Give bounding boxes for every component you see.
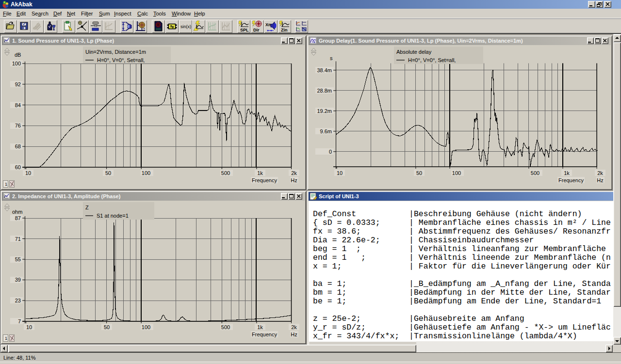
svg-text:Uin=2Vrms, Distance=1m: Uin=2Vrms, Distance=1m (85, 49, 146, 55)
svg-text:dB: dB (15, 52, 21, 58)
svg-text:55: 55 (15, 256, 21, 262)
svg-text:9.6m: 9.6m (320, 128, 332, 134)
svg-text:7: 7 (18, 318, 21, 324)
svg-text:s: s (330, 55, 333, 61)
svg-text:28.8m: 28.8m (317, 88, 332, 94)
svg-text:71: 71 (15, 236, 21, 242)
svg-text:2k: 2k (291, 324, 297, 330)
svg-text:S1 at node=1: S1 at node=1 (97, 213, 129, 219)
svg-text:0: 0 (329, 149, 332, 155)
svg-text:Z: Z (85, 205, 89, 210)
svg-text:1k: 1k (564, 170, 570, 176)
svg-text:Hz: Hz (291, 332, 297, 337)
svg-text:SPL: SPL (240, 28, 249, 32)
svg-text:Hz: Hz (291, 177, 297, 183)
svg-text:10: 10 (26, 324, 32, 330)
svg-text:H=0°, V=0°, Set=all,: H=0°, V=0°, Set=all, (408, 57, 456, 63)
svg-text:2k: 2k (597, 170, 603, 176)
svg-text:100: 100 (142, 170, 150, 176)
svg-text:38.4m: 38.4m (317, 67, 332, 73)
svg-text:Absolute delay: Absolute delay (396, 49, 432, 55)
svg-text:ohm: ohm (12, 209, 22, 215)
svg-text:87: 87 (15, 215, 21, 221)
svg-text:1k: 1k (257, 170, 263, 176)
svg-text:68: 68 (15, 143, 21, 149)
svg-text:84: 84 (15, 102, 21, 108)
svg-text:23: 23 (15, 298, 21, 303)
svg-text:2k: 2k (291, 170, 297, 176)
svg-text:Frequency: Frequency (252, 177, 277, 183)
svg-text:Hz: Hz (597, 177, 603, 183)
svg-text:sin(x): sin(x) (180, 24, 191, 29)
svg-text:10: 10 (337, 170, 343, 176)
svg-text:500: 500 (531, 170, 539, 176)
svg-text:500: 500 (221, 170, 230, 176)
svg-text:39: 39 (15, 277, 21, 283)
svg-text:10: 10 (25, 170, 31, 176)
svg-text:19.2m: 19.2m (317, 108, 332, 114)
svg-text:76: 76 (15, 123, 21, 128)
svg-text:92: 92 (15, 81, 21, 87)
svg-text:100: 100 (452, 170, 461, 176)
svg-text:500: 500 (221, 324, 230, 330)
svg-text:H=0°, V=0°, Set=all,: H=0°, V=0°, Set=all, (97, 57, 145, 63)
svg-text:100: 100 (142, 324, 150, 330)
svg-text:50: 50 (416, 170, 422, 176)
svg-text:Dir: Dir (253, 28, 260, 32)
svg-text:50: 50 (104, 324, 110, 330)
svg-text:Zin: Zin (281, 28, 288, 32)
svg-text:100: 100 (12, 61, 21, 66)
svg-text:50: 50 (105, 170, 111, 176)
svg-text:60: 60 (15, 164, 21, 170)
svg-text:Frequency: Frequency (558, 177, 584, 183)
svg-text:1k: 1k (257, 324, 263, 330)
svg-text:Frequency: Frequency (252, 332, 277, 337)
